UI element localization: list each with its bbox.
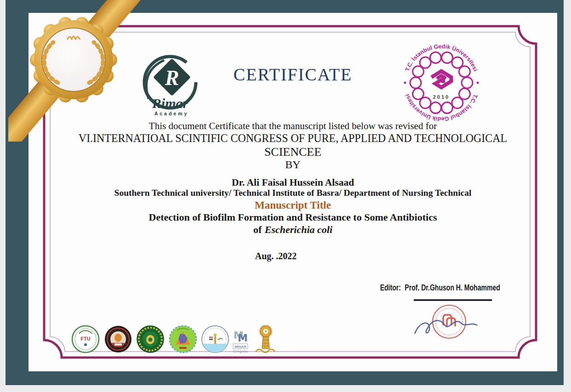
- manuscript-title-line1: Detection of Biofilm Formation and Resis…: [29, 211, 557, 223]
- ftu-university-logo: FTU: [71, 325, 100, 353]
- manuscript-title-line2: ofEscherichia coli: [29, 224, 557, 236]
- minar-congress-logo: M M MINAR Congress: [230, 325, 251, 354]
- manuscript-title-label: Manuscript Title: [29, 199, 557, 211]
- certificate-date: Aug. .2022: [29, 251, 523, 261]
- editor-name: Prof. Dr.Ghuson H. Mohammed: [405, 283, 500, 292]
- jabir-ibn-hayyan-medical-university-logo: [104, 325, 132, 353]
- green-wreath-university-logo: [136, 325, 165, 353]
- gedik-university-logo: T.C. İstanbul Gedik Üniversitesi T.C. İs…: [401, 43, 481, 123]
- recipient-name: Dr. Ali Faisal Hussein Alsaad: [29, 177, 557, 188]
- gedik-dot-left: [404, 82, 406, 84]
- svg-text:M: M: [238, 332, 248, 344]
- minar-congress-label: Congress: [233, 349, 248, 353]
- gedik-dot-right: [477, 82, 479, 84]
- minar-label: MINAR: [234, 345, 246, 349]
- ftu-label: FTU: [80, 336, 90, 341]
- certificate-photo: R Rimar Academy CERTIFICATE T.C. İstanbu…: [0, 0, 571, 392]
- recipient-affiliation: Southern Technical university/ Technical…: [29, 188, 557, 198]
- manuscript-title-prefix: of: [253, 224, 262, 235]
- iraq-map-university-logo: [169, 325, 197, 353]
- editor-row: Editor:Prof. Dr.Ghuson H. Mohammed: [380, 283, 500, 293]
- footer-logos-row: FTU: [29, 325, 557, 354]
- gedik-year: 2010: [433, 94, 450, 100]
- basra-university-logo: [201, 325, 229, 353]
- medal-face: [42, 28, 105, 91]
- by-label: BY: [29, 159, 557, 171]
- manuscript-species-name: Escherichia coli: [265, 224, 332, 235]
- gold-minaret-university-logo: [254, 325, 278, 354]
- congress-name-line2: SCIENCEE: [29, 145, 557, 159]
- editor-label: Editor:: [380, 283, 401, 292]
- gold-medal-ribbon: [8, 0, 160, 142]
